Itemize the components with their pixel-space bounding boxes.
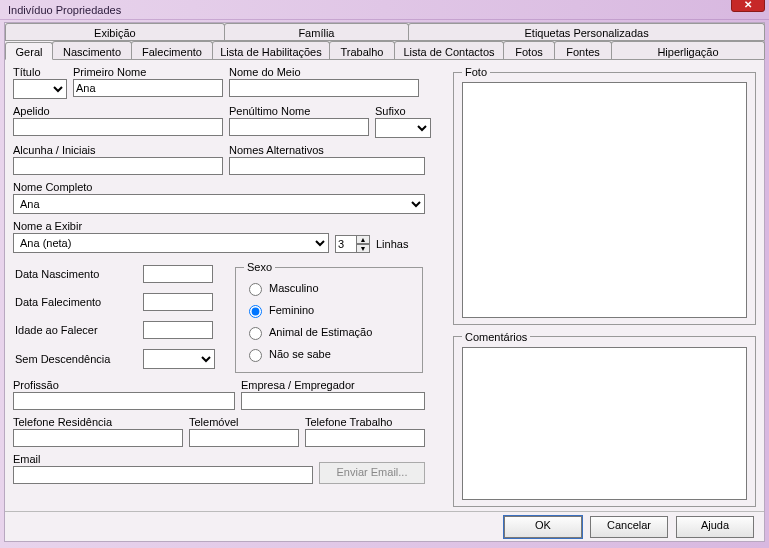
dialog-button-bar: OK Cancelar Ajuda (5, 511, 764, 541)
foto-group: Foto (453, 66, 756, 325)
label-apelido: Apelido (13, 105, 223, 117)
label-linhas: Linhas (376, 238, 408, 253)
label-alcunha: Alcunha / Iniciais (13, 144, 223, 156)
linhas-input[interactable] (335, 235, 357, 253)
tab-hiperligacao[interactable]: Hiperligação (611, 41, 765, 59)
title-bar: Indivíduo Propriedades ✕ (0, 0, 769, 20)
tab-contactos[interactable]: Lista de Contactos (394, 41, 504, 59)
tel-mov-input[interactable] (189, 429, 299, 447)
spinner-down-icon[interactable]: ▼ (356, 244, 370, 253)
spinner-up-icon[interactable]: ▲ (356, 235, 370, 244)
tab-geral[interactable]: Geral (5, 42, 53, 60)
label-nomes-alt: Nomes Alternativos (229, 144, 425, 156)
idade-falec-input[interactable] (143, 321, 213, 339)
nome-meio-input[interactable] (229, 79, 419, 97)
label-email: Email (13, 453, 313, 465)
window-title: Indivíduo Propriedades (8, 4, 121, 16)
nome-completo-select[interactable]: Ana (13, 194, 425, 214)
label-nome-completo: Nome Completo (13, 181, 425, 193)
profissao-input[interactable] (13, 392, 235, 410)
label-penultimo: Penúltimo Nome (229, 105, 369, 117)
label-tel-res: Telefone Residência (13, 416, 183, 428)
tel-trab-input[interactable] (305, 429, 425, 447)
ok-button[interactable]: OK (504, 516, 582, 538)
label-nome-exibir: Nome a Exibir (13, 220, 329, 232)
apelido-input[interactable] (13, 118, 223, 136)
tab-exibicao[interactable]: Exibição (5, 23, 225, 40)
sexo-naosabe-radio[interactable] (249, 349, 262, 362)
tab-habilitacoes[interactable]: Lista de Habilitações (212, 41, 330, 59)
sexo-fem-radio[interactable] (249, 305, 262, 318)
sem-desc-select[interactable] (143, 349, 215, 369)
tab-nascimento[interactable]: Nascimento (52, 41, 132, 59)
close-button[interactable]: ✕ (731, 0, 765, 12)
sufixo-select[interactable] (375, 118, 431, 138)
tel-res-input[interactable] (13, 429, 183, 447)
label-sexo: Sexo (244, 261, 275, 273)
tab-trabalho[interactable]: Trabalho (329, 41, 395, 59)
label-nome-meio: Nome do Meio (229, 66, 419, 78)
comentarios-group: Comentários (453, 331, 756, 507)
sexo-masc-radio[interactable] (249, 283, 262, 296)
tab-fontes[interactable]: Fontes (554, 41, 612, 59)
tab-fotos[interactable]: Fotos (503, 41, 555, 59)
help-button[interactable]: Ajuda (676, 516, 754, 538)
label-foto: Foto (462, 66, 490, 78)
label-sufixo: Sufixo (375, 105, 431, 117)
enviar-email-button: Enviar Email... (319, 462, 425, 484)
primeiro-nome-input[interactable] (73, 79, 223, 97)
foto-area[interactable] (462, 82, 747, 318)
label-comentarios: Comentários (462, 331, 530, 343)
label-idade-falec: Idade ao Falecer (15, 324, 135, 336)
data-nasc-input[interactable] (143, 265, 213, 283)
nome-exibir-select[interactable]: Ana (neta) (13, 233, 329, 253)
email-input[interactable] (13, 466, 313, 484)
label-titulo: Título (13, 66, 67, 78)
label-profissao: Profissão (13, 379, 235, 391)
tab-falecimento[interactable]: Falecimento (131, 41, 213, 59)
tab-etiquetas[interactable]: Etiquetas Personalizadas (408, 23, 765, 40)
tab-familia[interactable]: Família (224, 23, 409, 40)
label-tel-mov: Telemóvel (189, 416, 299, 428)
alcunha-input[interactable] (13, 157, 223, 175)
empresa-input[interactable] (241, 392, 425, 410)
titulo-select[interactable] (13, 79, 67, 99)
nomes-alt-input[interactable] (229, 157, 425, 175)
label-sem-desc: Sem Descendência (15, 353, 135, 365)
label-data-nasc: Data Nascimento (15, 268, 135, 280)
linhas-spinner[interactable]: ▲ ▼ (335, 235, 370, 253)
sexo-group: Sexo Masculino Feminino Animal de Estima… (235, 261, 423, 373)
label-tel-trab: Telefone Trabalho (305, 416, 425, 428)
label-data-falec: Data Falecimento (15, 296, 135, 308)
sexo-animal-radio[interactable] (249, 327, 262, 340)
tab-strip: Exibição Família Etiquetas Personalizada… (5, 23, 764, 60)
comentarios-area[interactable] (462, 347, 747, 500)
data-falec-input[interactable] (143, 293, 213, 311)
label-primeiro-nome: Primeiro Nome (73, 66, 223, 78)
penultimo-input[interactable] (229, 118, 369, 136)
label-empresa: Empresa / Empregador (241, 379, 425, 391)
cancel-button[interactable]: Cancelar (590, 516, 668, 538)
